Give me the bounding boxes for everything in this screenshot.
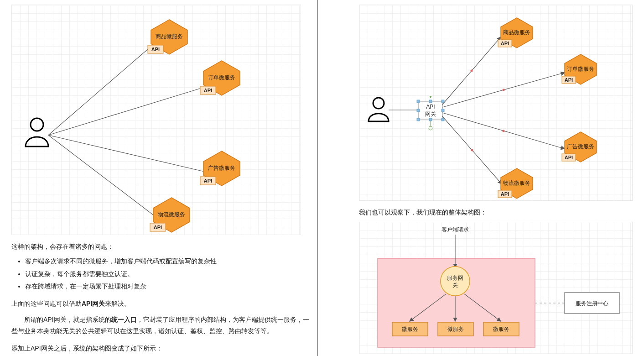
gateway-node[interactable]: API 网关	[417, 96, 444, 130]
svg-point-0	[31, 118, 43, 131]
svg-text:服务注册中心: 服务注册中心	[576, 300, 608, 307]
service-node-logistics: 物流微服务 API	[498, 168, 533, 199]
list-item: 客户端多次请求不同的微服务，增加客户端代码或配置编写的复杂性	[25, 256, 310, 267]
svg-text:API: API	[151, 47, 160, 52]
conn-line	[48, 46, 151, 135]
svg-text:微服务: 微服务	[402, 326, 418, 332]
svg-text:商品微服务: 商品微服务	[503, 29, 530, 36]
svg-point-17	[373, 98, 384, 109]
user-icon	[26, 118, 48, 147]
service-node-ad: 广告微服务 API	[200, 151, 240, 186]
problems-list: 客户端多次请求不同的微服务，增加客户端代码或配置编写的复杂性 认证复杂，每个服务…	[11, 256, 310, 292]
svg-rect-28	[441, 118, 444, 121]
midpoint-icon	[471, 70, 473, 72]
client-request-label: 客户端请求	[441, 226, 469, 233]
after-add-text: 添加上API网关之后，系统的架构图变成了如下所示：	[11, 343, 310, 354]
architecture-diagram-canvas: 客户端请求 服务网关 关 服务网 关	[359, 222, 633, 354]
observe-text: 我们也可以观察下，我们现在的整体架构图：	[359, 207, 637, 218]
service-node-order: 订单微服务 API	[200, 61, 240, 95]
rotate-handle-icon[interactable]	[429, 126, 432, 130]
svg-text:订单微服务: 订单微服务	[567, 66, 594, 72]
left-column: 商品微服务 API 订单微服务 API 广告微服务 API	[0, 0, 317, 356]
svg-text:微服务: 微服务	[447, 326, 464, 332]
svg-text:API: API	[204, 88, 212, 93]
list-item: 认证复杂，每个服务都需要独立认证。	[25, 269, 310, 280]
svg-text:网关: 网关	[425, 111, 436, 117]
left-diagram-canvas: 商品微服务 API 订单微服务 API 广告微服务 API	[11, 5, 301, 235]
gateway-circle-label-l2: 关	[452, 282, 458, 288]
midpoint-icon	[503, 89, 505, 91]
svg-text:广告微服务: 广告微服务	[208, 165, 235, 171]
list-item: 存在跨域请求，在一定场景下处理相对复杂	[25, 281, 310, 292]
svg-text:API: API	[426, 104, 435, 110]
svg-rect-26	[417, 118, 420, 121]
conn-line	[48, 87, 204, 135]
svg-text:广告微服务: 广告微服务	[567, 143, 594, 150]
svg-rect-30	[430, 96, 431, 98]
user-icon	[369, 98, 389, 121]
service-node-logistics: 物流微服务 API	[150, 198, 190, 232]
svg-rect-21	[417, 100, 420, 103]
solution-line: 上面的这些问题可以借助API网关来解决。	[11, 298, 310, 309]
svg-text:微服务: 微服务	[493, 326, 509, 332]
svg-text:API: API	[204, 178, 212, 183]
svg-rect-24	[417, 109, 420, 112]
midpoint-icon	[471, 149, 473, 152]
svg-rect-23	[441, 100, 444, 103]
svg-text:API: API	[565, 77, 573, 83]
service-node-product: 商品微服务 API	[148, 20, 187, 54]
right-column: API 网关	[318, 0, 644, 356]
svg-text:物流微服务: 物流微服务	[503, 180, 530, 186]
service-node-product: 商品微服务 API	[498, 18, 533, 48]
svg-text:API: API	[501, 191, 509, 197]
svg-text:商品微服务: 商品微服务	[156, 33, 183, 40]
svg-text:API: API	[154, 225, 162, 230]
handle-cross-icon	[430, 96, 431, 98]
service-node-order: 订单微服务 API	[562, 54, 597, 84]
gateway-circle-label-l1: 服务网	[447, 275, 463, 281]
svg-rect-22	[429, 100, 432, 103]
svg-rect-27	[429, 118, 432, 121]
conn-line	[48, 135, 153, 215]
conn-line	[48, 135, 204, 172]
svg-text:订单微服务: 订单微服务	[208, 74, 235, 81]
svg-rect-25	[441, 109, 444, 112]
svg-text:API: API	[501, 41, 509, 46]
midpoint-icon	[503, 130, 505, 132]
problems-intro-text: 这样的架构，会存在着诸多的问题：	[11, 241, 310, 252]
svg-text:物流微服务: 物流微服务	[158, 211, 185, 218]
service-node-ad: 广告微服务 API	[562, 132, 597, 162]
svg-text:API: API	[565, 155, 573, 160]
right-diagram-canvas: API 网关	[359, 5, 633, 201]
gateway-explain: 所谓的API网关，就是指系统的统一入口，它封装了应用程序的内部结构，为客户端提供…	[11, 314, 310, 337]
